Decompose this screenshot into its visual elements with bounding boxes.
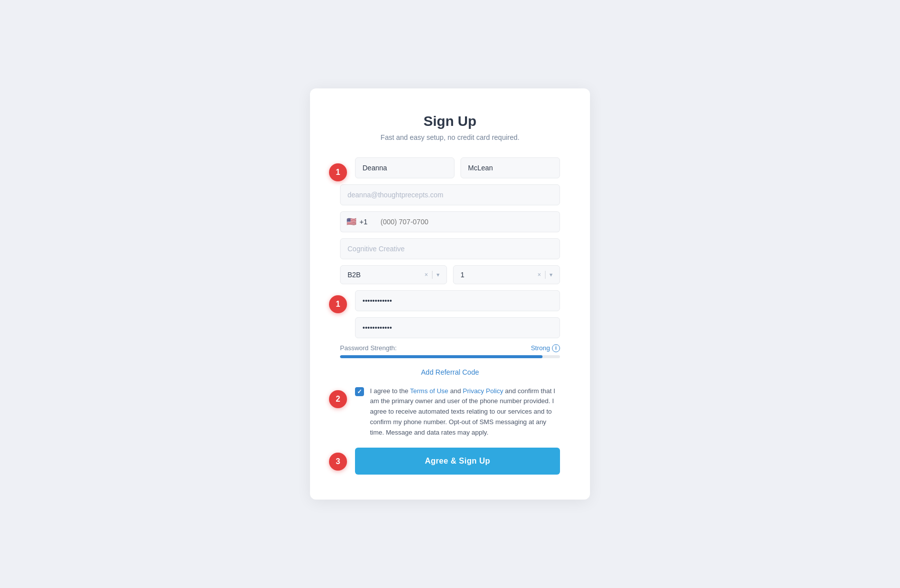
- strength-bar-fill: [340, 355, 542, 358]
- password-strength-label: Password Strength:: [340, 344, 396, 352]
- select-separator-2: [545, 271, 546, 279]
- phone-country-selector[interactable]: 🇺🇸 +1: [340, 211, 374, 232]
- country-code: +1: [360, 218, 368, 226]
- submit-section: 3 Agree & Sign Up: [340, 448, 560, 475]
- terms-section: 2 ✓ I agree to the Terms of Use and Priv…: [340, 386, 560, 438]
- industry-chevron-icon[interactable]: ▾: [436, 271, 440, 278]
- step-badge-3: 3: [329, 453, 347, 471]
- confirm-password-group: [355, 317, 560, 338]
- industry-value: B2B: [348, 271, 360, 279]
- team-size-chevron-icon[interactable]: ▾: [550, 271, 552, 278]
- name-row: [355, 157, 560, 178]
- password-section: 1: [340, 290, 560, 338]
- page-subtitle: Fast and easy setup, no credit card requ…: [340, 133, 560, 141]
- phone-input[interactable]: [374, 211, 560, 232]
- step-badge-1-name: 1: [329, 163, 347, 181]
- terms-text: I agree to the Terms of Use and Privacy …: [370, 386, 560, 438]
- signup-card: Sign Up Fast and easy setup, no credit c…: [310, 88, 590, 500]
- password-strength-text: Strong: [531, 344, 550, 352]
- select-separator: [432, 271, 432, 279]
- industry-select-wrapper: B2B × ▾: [340, 265, 447, 284]
- password-strength-info-icon[interactable]: i: [552, 344, 560, 352]
- email-group: [340, 184, 560, 205]
- industry-clear-icon[interactable]: ×: [424, 271, 428, 278]
- terms-row: ✓ I agree to the Terms of Use and Privac…: [355, 386, 560, 438]
- industry-select-actions: × ▾: [424, 271, 440, 279]
- agree-sign-up-button[interactable]: Agree & Sign Up: [355, 448, 560, 475]
- password-strength-value-container: Strong i: [531, 344, 560, 352]
- terms-checkbox[interactable]: ✓: [355, 387, 364, 396]
- first-name-input[interactable]: [355, 157, 454, 178]
- password-input[interactable]: [355, 290, 560, 311]
- us-flag-icon: 🇺🇸: [346, 217, 356, 226]
- team-size-select[interactable]: 1 × ▾: [453, 265, 560, 284]
- privacy-policy-link[interactable]: Privacy Policy: [463, 387, 504, 395]
- team-size-clear-icon[interactable]: ×: [538, 271, 541, 278]
- step-badge-1-password: 1: [329, 295, 347, 313]
- terms-text-before: I agree to the: [370, 387, 410, 395]
- team-size-select-actions: × ▾: [538, 271, 552, 279]
- company-name-input[interactable]: [340, 238, 560, 259]
- password-strength-row: Password Strength: Strong i: [340, 344, 560, 352]
- page-title: Sign Up: [340, 113, 560, 129]
- selects-row: B2B × ▾ 1 × ▾: [340, 265, 560, 284]
- team-size-value: 1: [460, 271, 464, 279]
- password-group: [355, 290, 560, 311]
- step-badge-2: 2: [329, 390, 347, 408]
- industry-select[interactable]: B2B × ▾: [340, 265, 447, 284]
- email-input[interactable]: [340, 184, 560, 205]
- strength-bar-container: [340, 355, 560, 358]
- terms-of-use-link[interactable]: Terms of Use: [410, 387, 448, 395]
- confirm-password-input[interactable]: [355, 317, 560, 338]
- last-name-input[interactable]: [460, 157, 560, 178]
- name-section: 1: [340, 157, 560, 178]
- phone-row: 🇺🇸 +1: [340, 211, 560, 232]
- add-referral-link[interactable]: Add Referral Code: [340, 366, 560, 378]
- company-group: [340, 238, 560, 259]
- terms-text-and: and: [448, 387, 463, 395]
- checkmark-icon: ✓: [357, 388, 362, 395]
- team-size-select-wrapper: 1 × ▾: [453, 265, 560, 284]
